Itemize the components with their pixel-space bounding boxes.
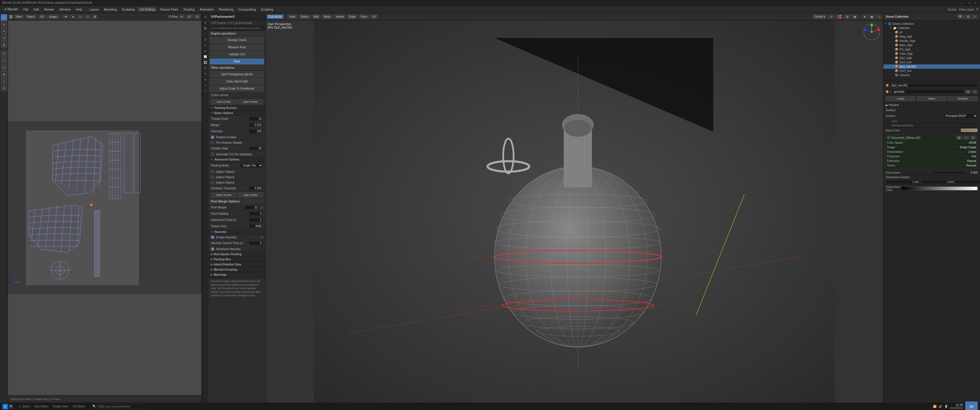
lock-overlapping-checkbox[interactable] bbox=[211, 181, 214, 184]
uvp-icon-5[interactable]: ☰ bbox=[203, 37, 208, 42]
menu-edit[interactable]: Edit bbox=[31, 7, 41, 12]
scene-options-btn[interactable]: ☰ bbox=[965, 14, 972, 19]
viewport-mesh-btn[interactable]: Mesh bbox=[322, 14, 332, 19]
uv-zoom-btn[interactable]: ⊡ bbox=[194, 14, 200, 19]
xray-toggle[interactable]: ◑ bbox=[851, 14, 858, 19]
tree-ring-high[interactable]: 📦 Ring_high bbox=[883, 35, 980, 39]
undo-island-split-btn[interactable]: Undo Island Split bbox=[210, 78, 264, 85]
enable-heuristic-checkbox[interactable] bbox=[211, 236, 214, 239]
tree-zip2-low[interactable]: 📦 Zip2_low.001 bbox=[883, 64, 980, 69]
uvp-icon-11[interactable]: ⚙ bbox=[203, 71, 208, 77]
surface-type-select[interactable]: Principled BSDF bbox=[943, 113, 978, 118]
tool-pinch[interactable]: ⊕ bbox=[1, 71, 7, 77]
uvp-icon-9[interactable]: 🔳 bbox=[203, 60, 208, 65]
tool-rip[interactable]: ✂ bbox=[1, 57, 7, 64]
menu-render[interactable]: Render bbox=[42, 7, 57, 12]
start-btn[interactable]: ⊞ bbox=[2, 404, 8, 410]
similarity-threshold-input[interactable] bbox=[249, 186, 263, 190]
tool-relax[interactable]: ≈ bbox=[1, 78, 7, 84]
tree-tube-high[interactable]: 📦 Tube_high bbox=[883, 52, 980, 56]
tree-gre2-low[interactable]: 📦 Gre2_low bbox=[883, 60, 980, 64]
tree-handle-high[interactable]: 📦 Handle_high bbox=[883, 39, 980, 43]
solid-shading[interactable]: ● bbox=[862, 14, 867, 19]
workspace-texture-paint[interactable]: Texture Paint bbox=[157, 7, 180, 12]
tool-scale[interactable]: ⇲ bbox=[1, 35, 7, 41]
tool-grab[interactable]: ⊡ bbox=[1, 64, 7, 70]
uvp-icon-12[interactable]: ⊕ bbox=[203, 77, 208, 82]
texture-new[interactable]: + bbox=[964, 136, 969, 140]
workspace-scripting[interactable]: Scripting bbox=[259, 7, 275, 12]
material-name-input[interactable] bbox=[892, 89, 964, 94]
pixel-margin-input[interactable] bbox=[245, 205, 259, 209]
overlap-check-btn[interactable]: Overlap Check bbox=[210, 37, 264, 43]
close-btn[interactable]: × bbox=[974, 1, 978, 4]
other-ops-header[interactable]: Other operations: bbox=[208, 65, 265, 71]
packing-mode-select[interactable]: Single Tile Multiple Tiles bbox=[240, 163, 263, 168]
align-similar-btn[interactable]: Align Similar bbox=[238, 193, 263, 198]
thread-count-input[interactable] bbox=[249, 116, 263, 121]
adjust-scale-btn[interactable]: Adjust Scale To Unselected bbox=[210, 86, 264, 91]
adjustment-time-input[interactable] bbox=[249, 218, 263, 222]
uv-edge-mode[interactable]: — bbox=[77, 14, 84, 19]
margin-input[interactable] bbox=[249, 123, 263, 127]
material-preview[interactable]: ◉ bbox=[869, 14, 875, 19]
global-transform[interactable]: Global ▾ bbox=[813, 14, 827, 19]
pixel-padding-input[interactable] bbox=[249, 212, 263, 216]
workspace-rendering[interactable]: Rendering bbox=[216, 7, 235, 12]
base-color-swatch[interactable] bbox=[961, 128, 978, 132]
viewport-vertex-btn[interactable]: Vertex bbox=[334, 14, 346, 19]
overlay-toggle[interactable]: ⊞ bbox=[844, 14, 850, 19]
uvp-icon-3[interactable]: ▦ bbox=[203, 26, 208, 31]
tree-camera[interactable]: 📷 Camera bbox=[883, 73, 980, 77]
uvp-icon-13[interactable]: ↗ bbox=[203, 83, 208, 88]
advanced-heuristic-checkbox[interactable] bbox=[211, 247, 214, 250]
tree-collection[interactable]: ▼ 📁 Collection bbox=[883, 26, 980, 30]
navigation-gizmo[interactable]: X Y Z bbox=[863, 23, 880, 40]
uvp-icon-10[interactable]: ⊡ bbox=[203, 65, 208, 71]
rendered-shading[interactable]: ○ bbox=[876, 14, 882, 19]
split-overlapping-btn[interactable]: Split Overlapping Islands bbox=[210, 71, 264, 77]
auto-uv-validation-checkbox[interactable] bbox=[211, 153, 214, 156]
tree-gre3-low[interactable]: 📦 Gre3_low bbox=[883, 69, 980, 73]
tree-zip2-high[interactable]: 📦 Zip2_high bbox=[883, 56, 980, 60]
uv-select-btn[interactable]: Select bbox=[25, 14, 37, 19]
rotation-step-input[interactable] bbox=[249, 146, 263, 150]
viewport-uv-btn[interactable]: UV bbox=[371, 14, 379, 19]
engine-ops-header[interactable]: Engine operations: bbox=[208, 31, 265, 37]
deselect-btn[interactable]: Deselect bbox=[948, 96, 978, 101]
preview-toggle[interactable]: ▶ Preview bbox=[886, 103, 978, 108]
pre-rotation-checkbox[interactable] bbox=[211, 141, 214, 144]
scene-filter-btn[interactable]: 🔍 bbox=[957, 14, 964, 19]
save-preset-btn[interactable]: Save Preset bbox=[211, 99, 237, 104]
taskbar-search[interactable]: 🔍 bbox=[8, 404, 14, 409]
uv-canvas[interactable]: X Y bbox=[8, 21, 202, 395]
texture-browse[interactable]: ⊞ bbox=[956, 136, 963, 140]
viewport-view-btn[interactable]: View bbox=[287, 14, 298, 19]
uv-uv-btn[interactable]: UV bbox=[38, 14, 46, 19]
validate-uvs-btn[interactable]: Validate UVs bbox=[210, 51, 264, 57]
basic-options-header[interactable]: ▼ Basic Options bbox=[211, 112, 263, 115]
menu-blender[interactable]: ⊙ Blender bbox=[2, 7, 21, 12]
workspace-uv-editing[interactable]: UV Editing bbox=[137, 7, 157, 12]
search-input[interactable] bbox=[97, 405, 144, 408]
subsurface-b-input[interactable] bbox=[955, 180, 980, 184]
heuristic-header[interactable]: ▼ Heuristic bbox=[211, 230, 263, 233]
open-preset-btn[interactable]: Open Preset bbox=[238, 99, 263, 104]
subsurface-slider[interactable] bbox=[932, 171, 966, 174]
subsurface-color-bar[interactable] bbox=[901, 187, 978, 190]
advanced-options-header[interactable]: ▼ Advanced Options bbox=[211, 158, 263, 161]
tree-pin-high[interactable]: 📦 Pin_high bbox=[883, 47, 980, 52]
search-bar[interactable]: 🔍 bbox=[90, 404, 147, 409]
uv-vertex-mode[interactable]: ● bbox=[70, 14, 76, 19]
viewport-3d[interactable]: Edit Mode View Select Add Mesh Vertex Ed… bbox=[266, 13, 883, 403]
select-btn[interactable]: Select bbox=[917, 96, 947, 101]
minimize-btn[interactable]: — bbox=[960, 1, 965, 4]
viewport-face-btn[interactable]: Face bbox=[359, 14, 369, 19]
warnings-header[interactable]: ▶ Warnings bbox=[211, 273, 263, 276]
material-browse-btn[interactable]: ⊞ bbox=[965, 90, 971, 94]
tool-cursor[interactable]: ↖ bbox=[1, 14, 7, 21]
manual-grouping-header[interactable]: ▶ Manual Grouping bbox=[211, 268, 263, 271]
workspace-modeling[interactable]: Modeling bbox=[102, 7, 119, 12]
viewport-add-btn[interactable]: Add bbox=[312, 14, 321, 19]
uv-image-btn[interactable]: Image bbox=[47, 14, 59, 19]
